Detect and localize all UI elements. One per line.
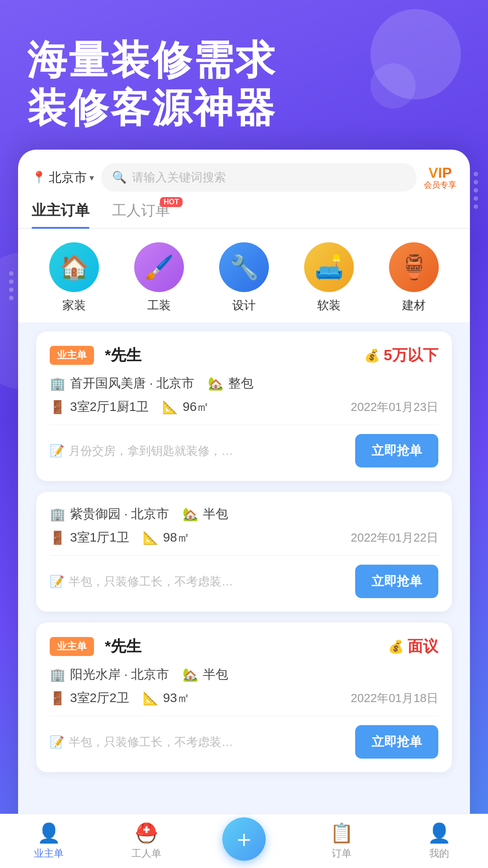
grab-button-2[interactable]: 立即抢单 [355,725,438,759]
nav-publish-add-button[interactable]: ＋ [222,817,266,861]
search-placeholder-text: 请输入关键词搜索 [132,170,226,185]
order-desc-row-2: 📝 半包，只装修工长，不考虑装… 立即抢单 [50,716,438,759]
nav-orders-label: 订单 [332,847,352,860]
order-customer-name-0: *先生 [105,345,141,366]
price-icon-0: 💰 [364,348,380,363]
order-desc-row-0: 📝 月份交房，拿到钥匙就装修，… 立即抢单 [50,425,438,467]
category-material-icon: 🏺 [389,242,439,292]
order-room-info-2: 🚪 3室2厅2卫 [50,689,129,707]
app-card: 📍 北京市 ▾ 🔍 请输入关键词搜索 VIP 会员专享 业主订单 工人订单 HO… [18,150,470,855]
location-button[interactable]: 📍 北京市 ▾ [32,169,94,186]
category-commercial-icon: 🖌️ [134,242,184,292]
orders-area: 业主单 *先生 💰 5万以下 🏢 首开国风美唐 · 北京市 🏡 整包 [18,322,470,855]
order-room-info-1: 🚪 3室1厅1卫 [50,529,129,546]
nav-owner-icon: 👤 [37,822,61,844]
order-header-left-2: 业主单 *先生 [50,636,141,657]
nav-worker-label: 工人单 [131,847,161,860]
hero-title-line2: 装修客源神器 [27,84,461,132]
home-icon-1: 🏡 [183,507,198,522]
nav-item-owner[interactable]: 👤 业主单 [0,822,98,860]
order-type-badge-0: 业主单 [50,346,94,365]
desc-icon-2: 📝 [50,735,64,749]
category-soft-label: 软装 [317,297,341,313]
order-type-badge-2: 业主单 [50,637,94,656]
nav-item-publish[interactable]: ＋ [195,817,293,865]
category-home[interactable]: 🏠 家装 [49,242,99,313]
category-design-label: 设计 [232,297,256,313]
vip-label: VIP [428,165,452,181]
categories-row: 🏠 家装 🖌️ 工装 🔧 设计 🛋️ 软装 🏺 建材 [18,229,470,322]
category-design-icon: 🔧 [219,242,269,292]
order-details-row-2: 🚪 3室2厅2卫 📐 93㎡ 2022年01月18日 [50,689,438,707]
bottom-nav: 👤 业主单 ⛑️ 工人单 ＋ 📋 订单 👤 我的 [0,814,488,868]
grab-button-0[interactable]: 立即抢单 [355,434,438,467]
search-icon: 🔍 [112,170,127,184]
order-card-0: 业主单 *先生 💰 5万以下 🏢 首开国风美唐 · 北京市 🏡 整包 [36,331,452,481]
order-decoration-type-0: 🏡 整包 [208,375,253,392]
category-commercial[interactable]: 🖌️ 工装 [134,242,184,313]
order-date-2: 2022年01月18日 [351,690,438,706]
chevron-down-icon: ▾ [89,172,94,183]
order-decoration-type-2: 🏡 半包 [183,666,228,683]
category-commercial-label: 工装 [147,297,171,313]
nav-owner-label: 业主单 [34,847,64,860]
order-header-2: 业主单 *先生 💰 面议 [50,636,438,657]
category-home-label: 家装 [62,297,86,313]
area-icon-0: 📐 [162,400,178,415]
home-icon-0: 🏡 [208,376,224,391]
order-desc-row-1: 📝 半包，只装修工长，不考虑装… 立即抢单 [50,555,438,598]
category-soft[interactable]: 🛋️ 软装 [304,242,354,313]
vip-badge[interactable]: VIP 会员专享 [424,165,456,190]
category-home-icon: 🏠 [49,242,99,292]
grab-button-1[interactable]: 立即抢单 [355,565,438,598]
location-pin-icon: 📍 [32,170,46,184]
category-soft-icon: 🛋️ [304,242,354,292]
order-date-1: 2022年01月22日 [351,530,438,546]
nav-mine-label: 我的 [429,847,449,860]
order-building-2: 🏢 阳光水岸 · 北京市 [50,666,169,683]
search-row: 📍 北京市 ▾ 🔍 请输入关键词搜索 VIP 会员专享 [18,163,470,201]
desc-icon-1: 📝 [50,575,64,589]
tabs-row: 业主订单 工人订单 HOT [18,201,470,229]
home-icon-2: 🏡 [183,667,198,682]
order-desc-text-2: 📝 半包，只装修工长，不考虑装… [50,734,355,750]
tab-owner-orders[interactable]: 业主订单 [32,201,89,228]
order-date-0: 2022年01月23日 [351,399,438,415]
order-customer-name-2: *先生 [105,636,141,657]
room-icon-1: 🚪 [50,530,66,545]
order-area-0: 📐 96㎡ [162,398,209,415]
plus-icon: ＋ [232,823,256,855]
order-details-row-1: 🚪 3室1厅1卫 📐 98㎡ 2022年01月22日 [50,529,438,546]
order-area-1: 📐 98㎡ [143,529,190,546]
category-design[interactable]: 🔧 设计 [219,242,269,313]
order-price-0: 💰 5万以下 [364,345,438,366]
order-header-0: 业主单 *先生 💰 5万以下 [50,345,438,366]
search-box[interactable]: 🔍 请输入关键词搜索 [101,163,417,192]
order-decoration-type-1: 🏡 半包 [183,505,228,523]
building-icon-2: 🏢 [50,667,66,682]
order-header-left-0: 业主单 *先生 [50,345,141,366]
category-material[interactable]: 🏺 建材 [389,242,439,313]
area-icon-2: 📐 [143,691,159,706]
order-desc-text-1: 📝 半包，只装修工长，不考虑装… [50,574,355,590]
room-icon-0: 🚪 [50,400,66,415]
tab-worker-orders[interactable]: 工人订单 HOT [112,201,170,228]
order-building-row-1: 🏢 紫贵御园 · 北京市 🏡 半包 [50,505,438,523]
vip-sub-label: 会员专享 [424,181,456,190]
order-building-0: 🏢 首开国风美唐 · 北京市 [50,375,194,392]
order-room-info-0: 🚪 3室2厅1厨1卫 [50,398,149,415]
area-icon-1: 📐 [143,530,159,545]
nav-item-orders[interactable]: 📋 订单 [293,822,390,860]
order-price-2: 💰 面议 [388,636,438,657]
building-icon-0: 🏢 [50,376,66,391]
order-building-1: 🏢 紫贵御园 · 北京市 [50,505,169,523]
order-card-1: 🏢 紫贵御园 · 北京市 🏡 半包 🚪 3室1厅1卫 📐 98㎡ 2022年01… [36,492,452,612]
nav-orders-icon: 📋 [330,822,353,844]
order-details-row-0: 🚪 3室2厅1厨1卫 📐 96㎡ 2022年01月23日 [50,398,438,415]
order-building-row-0: 🏢 首开国风美唐 · 北京市 🏡 整包 [50,375,438,392]
hero-section: 海量装修需求 装修客源神器 [0,0,488,150]
nav-worker-icon: ⛑️ [135,822,158,844]
nav-item-mine[interactable]: 👤 我的 [390,822,488,860]
nav-item-worker[interactable]: ⛑️ 工人单 [98,822,195,860]
nav-mine-icon: 👤 [427,822,451,844]
